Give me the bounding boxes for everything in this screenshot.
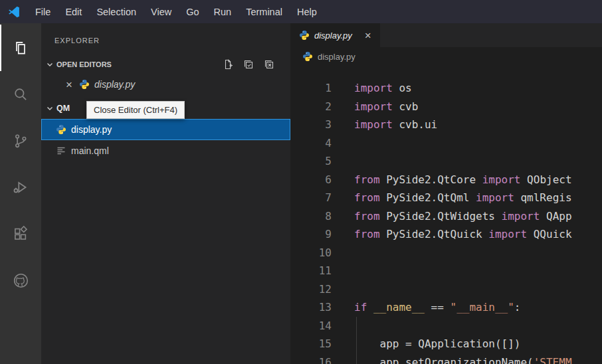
code-line-text: from PySide2.QtQuick import QQuick — [332, 225, 572, 244]
close-editor-tooltip: Close Editor (Ctrl+F4) — [86, 101, 185, 119]
code-line-text: app.setOrganizationName('STEMM — [332, 353, 572, 364]
code-line-text: from PySide2.QtQml import qmlRegis — [332, 189, 572, 207]
python-icon — [79, 79, 90, 90]
menu-help[interactable]: Help — [290, 0, 324, 23]
sidebar-title: EXPLORER — [41, 23, 290, 55]
python-icon — [56, 124, 66, 135]
line-number: 2 — [290, 98, 332, 116]
tab-bar: display.py × — [290, 23, 602, 47]
code-line: 3import cvb.ui — [290, 116, 602, 134]
code-line-text — [332, 244, 354, 262]
editor-area: display.py × display.py 1import os2impor… — [290, 23, 602, 364]
menu-edit[interactable]: Edit — [58, 0, 89, 23]
code-line: 9from PySide2.QtQuick import QQuick — [290, 225, 602, 244]
chevron-down-icon — [45, 103, 55, 114]
file-item-label: display.py — [71, 124, 112, 135]
line-number: 12 — [290, 280, 332, 299]
menu-selection[interactable]: Selection — [89, 0, 144, 23]
line-number: 16 — [290, 353, 332, 364]
code-editor[interactable]: 1import os2import cvb3import cvb.ui456fr… — [290, 66, 602, 364]
code-line-text: from PySide2.QtWidgets import QApp — [332, 207, 572, 226]
code-line: 13if __name__ == "__main__": — [290, 298, 602, 317]
save-all-icon[interactable] — [243, 59, 254, 70]
line-number: 8 — [290, 207, 332, 226]
code-line: 2import cvb — [290, 98, 602, 116]
code-line-text — [332, 134, 354, 153]
line-number: 6 — [290, 171, 332, 189]
line-number: 4 — [290, 134, 332, 153]
code-line: 4 — [290, 134, 602, 153]
open-editors-label: OPEN EDITORS — [56, 60, 112, 68]
code-line-text: import os — [332, 79, 412, 98]
code-line: 1import os — [290, 79, 602, 98]
code-line-text: from PySide2.QtCore import QObject — [332, 171, 572, 189]
menu-file[interactable]: File — [28, 0, 58, 23]
code-line: 16 app.setOrganizationName('STEMM — [290, 353, 602, 364]
code-line: 10 — [290, 244, 602, 262]
open-editor-item-display-py[interactable]: × display.py — [41, 74, 290, 95]
github-icon[interactable] — [0, 257, 41, 304]
line-number: 10 — [290, 244, 332, 262]
tab-display-py[interactable]: display.py × — [290, 23, 380, 47]
file-item-display-py[interactable]: display.py — [41, 119, 290, 140]
line-number: 5 — [290, 152, 332, 171]
open-editors-actions — [223, 59, 290, 70]
breadcrumb[interactable]: display.py — [290, 47, 602, 66]
close-icon[interactable]: × — [365, 30, 371, 41]
code-line-text — [332, 280, 354, 299]
code-line-text — [332, 262, 354, 280]
line-number: 13 — [290, 298, 332, 317]
code-line: 14 — [290, 317, 602, 335]
new-file-icon[interactable] — [223, 59, 233, 70]
code-line-text — [332, 152, 354, 171]
line-number: 11 — [290, 262, 332, 280]
menu-view[interactable]: View — [144, 0, 179, 23]
code-line-text: if __name__ == "__main__": — [332, 298, 520, 317]
tab-label: display.py — [314, 31, 352, 41]
line-number: 15 — [290, 335, 332, 353]
code-line: 5 — [290, 152, 602, 171]
menu-bar: FileEditSelectionViewGoRunTerminalHelp — [0, 0, 602, 23]
code-line-text: import cvb.ui — [332, 116, 437, 134]
code-line: 8from PySide2.QtWidgets import QApp — [290, 207, 602, 226]
vscode-window: FileEditSelectionViewGoRunTerminalHelp E… — [0, 0, 602, 364]
open-editor-item-label: display.py — [94, 79, 135, 90]
search-icon[interactable] — [0, 71, 41, 118]
activity-bar — [0, 23, 41, 364]
explorer-icon[interactable] — [0, 25, 41, 71]
folder-section-label: QM — [56, 104, 70, 113]
qml-file-icon — [56, 145, 66, 156]
explorer-sidebar: EXPLORER OPEN EDITORS × display.py QM — [41, 23, 290, 364]
source-control-icon[interactable] — [0, 118, 41, 164]
vscode-logo-icon — [0, 5, 28, 19]
line-number: 9 — [290, 225, 332, 244]
line-number: 7 — [290, 189, 332, 207]
line-number: 3 — [290, 116, 332, 134]
close-icon[interactable]: × — [66, 79, 79, 90]
close-all-editors-icon[interactable] — [264, 59, 274, 70]
python-icon — [302, 51, 313, 62]
code-line: 15 app = QApplication([]) — [290, 335, 602, 353]
python-icon — [299, 30, 310, 41]
menu-items: FileEditSelectionViewGoRunTerminalHelp — [28, 0, 324, 23]
extensions-icon[interactable] — [0, 211, 41, 257]
line-number: 1 — [290, 79, 332, 98]
chevron-down-icon — [45, 59, 55, 70]
file-item-label: main.qml — [71, 145, 109, 156]
open-editors-header[interactable]: OPEN EDITORS — [41, 55, 290, 74]
breadcrumb-label: display.py — [318, 52, 355, 62]
file-item-main-qml[interactable]: main.qml — [41, 140, 290, 161]
code-line: 6from PySide2.QtCore import QObject — [290, 171, 602, 189]
code-line-text — [332, 317, 354, 335]
code-line: 7from PySide2.QtQml import qmlRegis — [290, 189, 602, 207]
line-number: 14 — [290, 317, 332, 335]
menu-go[interactable]: Go — [179, 0, 206, 23]
code-line-text: app = QApplication([]) — [332, 335, 520, 353]
menu-run[interactable]: Run — [207, 0, 239, 23]
code-line: 12 — [290, 280, 602, 299]
run-and-debug-icon[interactable] — [0, 164, 41, 211]
code-line-text: import cvb — [332, 98, 418, 116]
code-line: 11 — [290, 262, 602, 280]
menu-terminal[interactable]: Terminal — [239, 0, 290, 23]
